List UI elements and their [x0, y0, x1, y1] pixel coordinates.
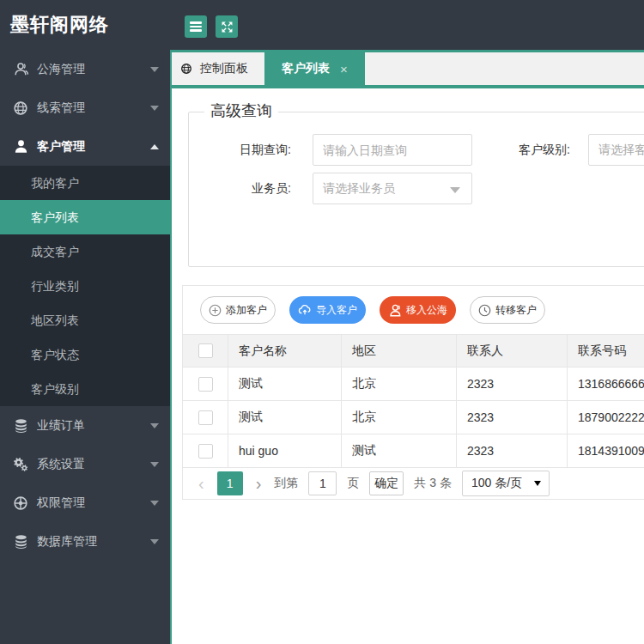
- page-size-value: 100 条/页: [471, 476, 522, 491]
- cell-region: 北京: [342, 368, 457, 400]
- menu-icon: [190, 20, 202, 33]
- total-count-label: 共 3 条: [414, 476, 452, 491]
- circle-plus-icon: [209, 304, 222, 317]
- date-query-input[interactable]: [313, 134, 472, 166]
- next-page-button[interactable]: ›: [256, 475, 262, 492]
- row-checkbox[interactable]: [198, 377, 213, 392]
- date-query-label: 日期查询:: [219, 134, 291, 166]
- users-icon: [13, 61, 28, 77]
- column-header-contact: 联系人: [457, 335, 568, 367]
- tab-dashboard[interactable]: 控制面板: [172, 52, 264, 85]
- close-icon[interactable]: ×: [340, 62, 348, 76]
- sidebar-item-leads[interactable]: 线索管理: [0, 88, 170, 127]
- sidebar-item-orders[interactable]: 业绩订单: [0, 406, 170, 445]
- sidebar-item-label: 数据库管理: [37, 534, 97, 550]
- chevron-down-icon: [150, 423, 159, 428]
- chevron-down-icon: [450, 187, 460, 193]
- cell-phone: 18143910099: [568, 434, 644, 467]
- sidebar-item-label: 线索管理: [37, 100, 85, 116]
- button-label: 导入客户: [316, 303, 357, 318]
- select-placeholder: 请选择客户级别: [598, 143, 644, 156]
- row-checkbox[interactable]: [198, 410, 213, 425]
- row-checkbox[interactable]: [198, 444, 213, 459]
- submenu-item-customer-level[interactable]: 客户级别: [0, 372, 170, 406]
- customer-level-select[interactable]: 请选择客户级别: [588, 134, 644, 166]
- column-header-region: 地区: [342, 335, 457, 367]
- goto-page-label: 到第: [274, 476, 298, 491]
- sidebar-nav: 公海管理 线索管理 客户管理 我的客户 客户列表 成交客户 行业类别 地区列表 …: [0, 50, 170, 561]
- cell-contact: 2323: [457, 434, 568, 467]
- button-label: 添加客户: [226, 303, 267, 318]
- goto-page-input[interactable]: [308, 471, 337, 495]
- brand-title: 墨轩阁网络: [0, 0, 170, 50]
- cell-contact: 2323: [457, 368, 568, 400]
- button-label: 转移客户: [495, 303, 537, 318]
- column-header-name: 客户名称: [228, 335, 342, 367]
- sidebar-item-customers[interactable]: 客户管理: [0, 127, 170, 166]
- page-size-select[interactable]: 100 条/页: [462, 471, 550, 496]
- database-icon: [13, 417, 28, 434]
- confirm-page-button[interactable]: 确定: [369, 471, 404, 495]
- submenu-item-customer-status[interactable]: 客户状态: [0, 337, 170, 372]
- add-customer-button[interactable]: 添加客户: [200, 296, 276, 324]
- sidebar-item-label: 权限管理: [37, 495, 85, 511]
- table-row: 测试 北京 2323 13168666666: [183, 368, 644, 401]
- fullscreen-button[interactable]: [216, 15, 238, 38]
- column-header-phone: 联系号码: [568, 335, 644, 367]
- cell-contact: 2323: [457, 401, 568, 434]
- salesperson-label: 业务员:: [219, 173, 291, 204]
- tab-label: 控制面板: [200, 61, 248, 76]
- select-all-checkbox[interactable]: [198, 343, 213, 358]
- sidebar-item-database[interactable]: 数据库管理: [0, 522, 170, 561]
- globe-icon: [180, 63, 192, 75]
- row-checkbox-cell: [183, 401, 228, 434]
- cell-region: 北京: [342, 401, 457, 434]
- move-to-public-sea-button[interactable]: 移入公海: [380, 296, 456, 324]
- current-page-badge[interactable]: 1: [217, 471, 243, 495]
- sidebar-item-public-sea[interactable]: 公海管理: [0, 50, 170, 88]
- table-toolbar: 添加客户 导入客户 移入公海 转移客户: [183, 286, 644, 335]
- chevron-down-icon: [150, 539, 159, 544]
- collapse-menu-button[interactable]: [185, 15, 207, 38]
- button-label: 移入公海: [406, 303, 447, 318]
- search-panel-legend: 高级查询: [204, 100, 278, 121]
- submenu-item-region-list[interactable]: 地区列表: [0, 303, 170, 337]
- sidebar-item-system-settings[interactable]: 系统设置: [0, 445, 170, 483]
- chevron-down-icon: [150, 462, 159, 467]
- submenu-item-my-customers[interactable]: 我的客户: [0, 166, 170, 200]
- row-checkbox-cell: [183, 368, 228, 400]
- chevron-down-icon: [150, 501, 159, 506]
- sidebar: 墨轩阁网络 公海管理 线索管理 客户管理 我的客户 客户列表 成交客户: [0, 0, 170, 644]
- tabbar: 控制面板 客户列表 ×: [172, 50, 644, 88]
- database-icon: [13, 533, 28, 550]
- wheel-icon: [13, 495, 28, 511]
- submenu-item-industry-category[interactable]: 行业类别: [0, 269, 170, 303]
- topbar: [170, 0, 644, 50]
- fullscreen-icon: [220, 20, 234, 34]
- customer-level-label: 客户级别:: [498, 134, 570, 166]
- sidebar-item-permissions[interactable]: 权限管理: [0, 483, 170, 522]
- clock-icon: [478, 304, 491, 317]
- header-checkbox-cell: [183, 335, 228, 367]
- salesperson-select[interactable]: 请选择业务员: [313, 173, 472, 204]
- table-header: 客户名称 地区 联系人 联系号码: [183, 335, 644, 368]
- submenu-item-closed-deals[interactable]: 成交客户: [0, 234, 170, 269]
- tab-customer-list[interactable]: 客户列表 ×: [264, 52, 365, 85]
- cloud-upload-icon: [298, 303, 312, 317]
- chevron-down-icon: [150, 106, 159, 111]
- cell-phone: 13168666666: [568, 368, 644, 400]
- chevron-down-icon: [534, 481, 541, 486]
- submenu-item-customer-list[interactable]: 客户列表: [0, 200, 170, 234]
- cell-phone: 18790022222: [568, 401, 644, 434]
- sidebar-item-label: 公海管理: [37, 62, 85, 77]
- table-row: 测试 北京 2323 18790022222: [183, 401, 644, 434]
- cell-region: 测试: [342, 434, 457, 467]
- sidebar-item-label: 系统设置: [37, 457, 85, 472]
- globe-icon: [13, 100, 28, 116]
- tab-label: 客户列表: [282, 61, 330, 76]
- prev-page-button[interactable]: ‹: [198, 475, 204, 492]
- transfer-customer-button[interactable]: 转移客户: [470, 296, 545, 324]
- import-customer-button[interactable]: 导入客户: [289, 296, 366, 324]
- user-icon: [13, 139, 28, 154]
- sidebar-item-label: 业绩订单: [37, 418, 85, 434]
